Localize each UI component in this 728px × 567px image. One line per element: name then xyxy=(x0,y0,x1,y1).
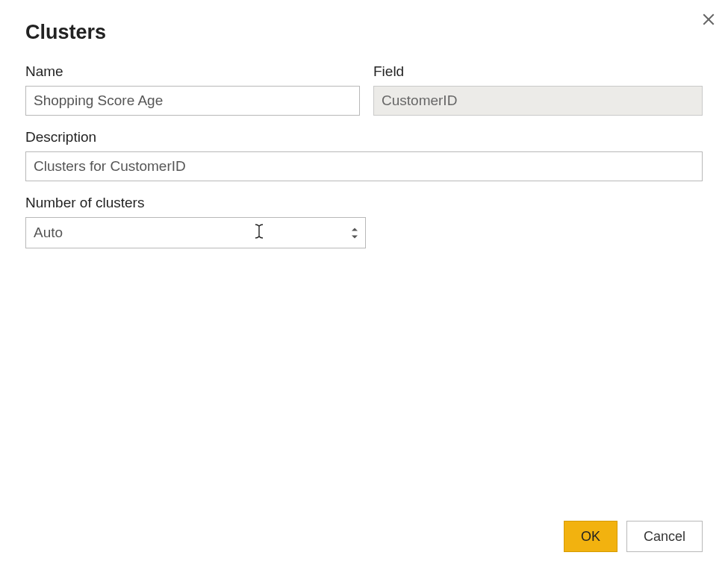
num-clusters-wrap xyxy=(25,217,366,248)
clusters-dialog: Clusters Name Field Description Number o… xyxy=(0,0,728,567)
cancel-button[interactable]: Cancel xyxy=(626,521,703,552)
field-group: Field xyxy=(373,63,703,116)
description-input[interactable] xyxy=(25,151,703,181)
num-clusters-spinner xyxy=(349,226,360,240)
field-input xyxy=(373,86,703,116)
ok-button[interactable]: OK xyxy=(564,521,617,552)
num-clusters-input[interactable] xyxy=(25,217,366,248)
field-label: Field xyxy=(373,63,703,80)
chevron-down-icon xyxy=(351,234,358,239)
dialog-footer: OK Cancel xyxy=(564,521,703,552)
description-group: Description xyxy=(25,129,703,181)
name-label: Name xyxy=(25,63,360,80)
num-clusters-label: Number of clusters xyxy=(25,195,366,211)
close-icon xyxy=(702,13,715,26)
dialog-title: Clusters xyxy=(25,21,703,44)
row-num-clusters: Number of clusters xyxy=(25,195,703,248)
description-label: Description xyxy=(25,129,703,145)
num-clusters-group: Number of clusters xyxy=(25,195,366,248)
chevron-up-icon xyxy=(351,227,358,231)
close-button[interactable] xyxy=(700,10,718,28)
spinner-down-button[interactable] xyxy=(349,234,360,240)
row-name-field: Name Field xyxy=(25,63,703,116)
dialog-content: Clusters Name Field Description Number o… xyxy=(0,0,728,248)
spinner-up-button[interactable] xyxy=(349,226,360,233)
name-input[interactable] xyxy=(25,86,360,116)
name-group: Name xyxy=(25,63,360,116)
row-description: Description xyxy=(25,129,703,181)
